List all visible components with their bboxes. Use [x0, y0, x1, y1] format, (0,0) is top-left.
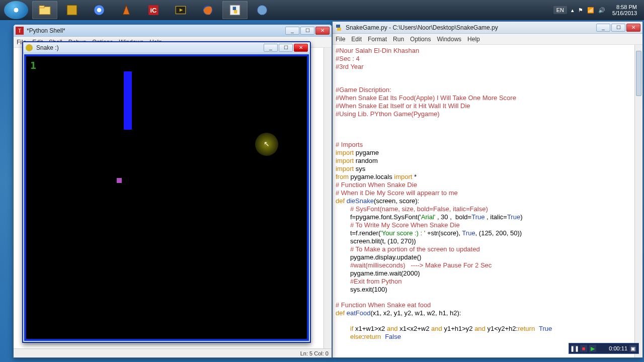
- scrollbar-thumb[interactable]: [636, 51, 641, 96]
- editor-maximize-button[interactable]: ☐: [611, 24, 625, 32]
- idle-editor-window: SnakeGame.py - C:\Users\Noor\Desktop\Sna…: [332, 21, 643, 358]
- snake-title: Snake :): [36, 44, 59, 51]
- shell-maximize-button[interactable]: ☐: [300, 27, 314, 35]
- svg-rect-2: [67, 5, 77, 15]
- rec-pause-icon[interactable]: ❚❚: [571, 345, 578, 352]
- snake-titlebar[interactable]: Snake :) _ ☐ ✕: [23, 42, 310, 53]
- editor-title: SnakeGame.py - C:\Users\Noor\Desktop\Sna…: [346, 24, 498, 31]
- editor-code-area[interactable]: #Nour Salah El-Din Khashan #Sec : 4 #3rd…: [333, 45, 642, 357]
- shell-statusbar: Ln: 5 Col: 0: [14, 348, 332, 357]
- svg-point-15: [26, 44, 33, 51]
- shell-close-button[interactable]: ✕: [315, 27, 330, 35]
- python-icon: [335, 24, 343, 32]
- snake-game-window: Snake :) _ ☐ ✕ 1 ↖: [22, 41, 311, 343]
- rec-expand-icon[interactable]: ▣: [629, 345, 636, 352]
- menu-help[interactable]: Help: [467, 36, 480, 43]
- shell-minimize-button[interactable]: _: [285, 27, 299, 35]
- taskbar-python[interactable]: [222, 1, 248, 19]
- taskbar: iC EN ▴ ⚑ 📶 🔊 8:58 PM 5/16/2013: [0, 0, 644, 20]
- svg-point-4: [97, 8, 102, 13]
- snake-close-button[interactable]: ✕: [294, 44, 308, 52]
- tray-flag-icon[interactable]: ⚑: [578, 7, 583, 14]
- menu-edit[interactable]: Edit: [351, 36, 362, 43]
- tray-chevron-icon[interactable]: ▴: [571, 7, 574, 14]
- menu-options[interactable]: Options: [410, 36, 431, 43]
- taskbar-explorer[interactable]: [32, 1, 57, 19]
- taskbar-app-red[interactable]: iC: [141, 1, 166, 19]
- shell-scrollbar[interactable]: [324, 48, 332, 348]
- snake-food: [117, 178, 122, 183]
- editor-titlebar[interactable]: SnakeGame.py - C:\Users\Noor\Desktop\Sna…: [333, 22, 642, 34]
- snake-canvas[interactable]: 1 ↖: [24, 54, 309, 341]
- taskbar-firefox[interactable]: [195, 1, 220, 19]
- language-indicator[interactable]: EN: [553, 6, 567, 14]
- shell-col: Col: 0: [314, 350, 329, 356]
- snake-minimize-button[interactable]: _: [264, 44, 278, 52]
- tray-network-icon[interactable]: 📶: [587, 7, 594, 14]
- editor-scrollbar[interactable]: [634, 45, 642, 357]
- menu-run[interactable]: Run: [393, 36, 404, 43]
- start-button[interactable]: [4, 1, 28, 19]
- menu-windows[interactable]: Windows: [437, 36, 461, 43]
- system-tray: EN ▴ ⚑ 📶 🔊 8:58 PM 5/16/2013: [550, 4, 643, 16]
- rec-time: 0:00:11: [609, 345, 627, 351]
- svg-text:iC: iC: [150, 7, 157, 14]
- clock-time: 8:58 PM: [612, 4, 637, 10]
- editor-minimize-button[interactable]: _: [596, 24, 610, 32]
- rec-play-icon[interactable]: ▶: [589, 345, 596, 352]
- pygame-icon: [25, 44, 33, 52]
- rec-stop-icon[interactable]: ■: [580, 345, 587, 352]
- mouse-cursor-icon: ↖: [264, 140, 270, 148]
- tk-icon: T: [16, 27, 24, 35]
- svg-rect-1: [39, 6, 44, 8]
- editor-menubar: File Edit Format Run Options Windows Hel…: [333, 34, 642, 45]
- svg-text:T: T: [18, 28, 21, 34]
- taskbar-media[interactable]: [168, 1, 193, 19]
- shell-ln: Ln: 5: [300, 350, 312, 356]
- clock-date: 5/16/2013: [612, 10, 637, 16]
- tray-volume-icon[interactable]: 🔊: [598, 7, 605, 14]
- taskbar-app-1[interactable]: [59, 1, 85, 19]
- svg-point-12: [257, 5, 267, 15]
- taskbar-clock[interactable]: 8:58 PM 5/16/2013: [609, 4, 640, 16]
- snake-body: [124, 71, 132, 130]
- snake-maximize-button[interactable]: ☐: [279, 44, 293, 52]
- menu-format[interactable]: Format: [368, 36, 387, 43]
- shell-title: *Python Shell*: [27, 27, 65, 34]
- svg-marker-5: [123, 5, 130, 14]
- editor-close-button[interactable]: ✕: [626, 24, 640, 32]
- shell-titlebar[interactable]: T *Python Shell* _ ☐ ✕: [14, 25, 332, 37]
- recording-overlay: ❚❚ ■ ▶ 0:00:11 ▣: [569, 343, 639, 354]
- taskbar-vlc[interactable]: [114, 1, 139, 19]
- taskbar-chrome[interactable]: [87, 1, 112, 19]
- taskbar-app-blue[interactable]: [250, 1, 275, 19]
- menu-file[interactable]: File: [336, 36, 345, 43]
- snake-score: 1: [30, 59, 36, 71]
